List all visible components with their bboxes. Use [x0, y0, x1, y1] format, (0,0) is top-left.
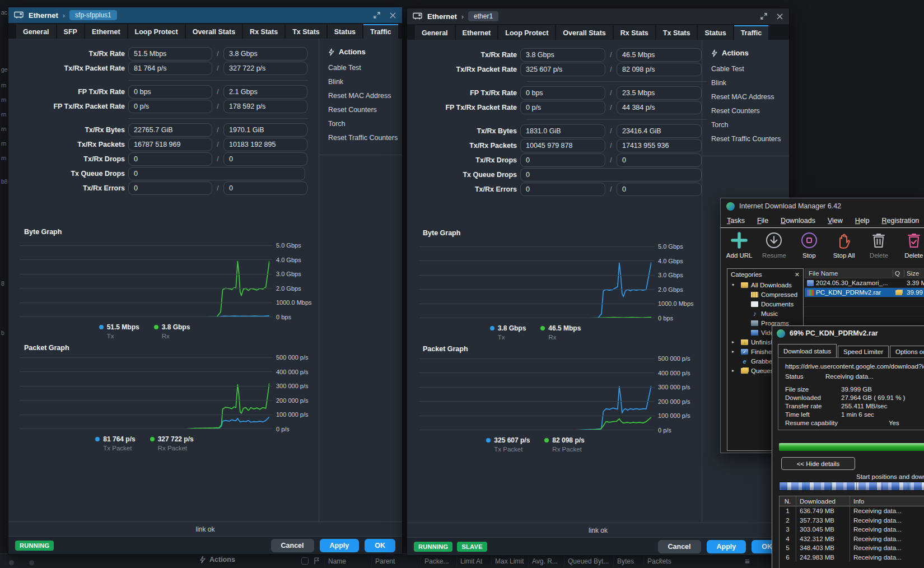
stat-value-tx[interactable]: 0	[128, 152, 212, 166]
queue-column-header[interactable]: Bytes	[613, 557, 643, 566]
dialog-tab[interactable]: Speed Limiter	[838, 346, 889, 357]
stat-value-rx[interactable]: 82 098 p/s	[617, 63, 702, 76]
stat-value-rx[interactable]: 1970.1 GiB	[223, 123, 307, 137]
category-tree-item[interactable]: Documents	[727, 299, 803, 309]
connection-row[interactable]: 5 348.403 MB Receiving data...	[780, 543, 924, 553]
menu-item[interactable]: Registration	[876, 217, 924, 225]
menu-item[interactable]: Downloads	[774, 217, 822, 225]
stat-value-tx[interactable]: 81 764 p/s	[128, 62, 212, 75]
file-row-selected[interactable]: PC_KDN_PDRMv2.rar 39.99 G	[805, 288, 924, 297]
file-row[interactable]: 2024.05.30_Kazamori_... 3.39 M	[805, 278, 924, 288]
menu-item[interactable]: Tasks	[721, 217, 751, 225]
connection-row[interactable]: 1 636.749 MB Receiving data...	[780, 506, 924, 516]
stop-button[interactable]: Stop	[792, 230, 827, 267]
close-icon[interactable]	[389, 12, 396, 19]
tab[interactable]: Overall Stats	[556, 25, 612, 40]
category-tree-item[interactable]: ▾ All Downloads	[727, 280, 803, 290]
tab[interactable]: Tx Stats	[286, 24, 326, 39]
add-url-button[interactable]: Add URL	[722, 230, 757, 267]
tab[interactable]: Tx Stats	[656, 25, 697, 40]
stat-value-rx[interactable]: 23.5 Mbps	[617, 86, 702, 100]
tab[interactable]: Status	[698, 25, 732, 40]
select-all-checkbox[interactable]	[301, 557, 309, 565]
stat-value-tx[interactable]: 51.5 Mbps	[128, 47, 212, 60]
action-item[interactable]: Blink	[711, 79, 789, 87]
dialog-tab[interactable]: Download status	[778, 344, 837, 357]
tab[interactable]: Ethernet	[85, 24, 127, 39]
expand-arrow-icon[interactable]: ▾	[732, 282, 741, 287]
dialog-tab[interactable]: Options on completion	[890, 346, 924, 357]
stat-value-tx[interactable]: 0 bps	[128, 85, 212, 99]
stat-value-tx[interactable]: 0	[520, 153, 605, 167]
tab[interactable]: Rx Stats	[614, 25, 655, 40]
stat-value-tx[interactable]: 325 607 p/s	[520, 63, 605, 76]
column-file-name[interactable]: File Name	[805, 270, 893, 277]
stat-value-tx[interactable]: 0	[128, 181, 212, 195]
stat-value-rx[interactable]: 23416.4 GiB	[617, 124, 702, 138]
dialog-button[interactable]: Apply	[320, 539, 360, 552]
stat-value-tx[interactable]: 0	[520, 183, 605, 196]
column-size[interactable]: Size	[904, 270, 924, 277]
stat-value-tx[interactable]: 0	[128, 167, 305, 180]
maximize-icon[interactable]	[373, 12, 380, 19]
action-item[interactable]: Cable Test	[328, 64, 402, 72]
tab[interactable]: Traffic	[734, 25, 769, 40]
queue-column-header[interactable]: Packe...	[421, 557, 456, 566]
connection-row[interactable]: 4 432.312 MB Receiving data...	[780, 534, 924, 544]
stat-value-tx[interactable]: 0 p/s	[520, 101, 605, 114]
hamburger-icon[interactable]: ≡	[745, 556, 750, 566]
delete-button[interactable]: Delete	[861, 230, 896, 267]
tab[interactable]: General	[16, 24, 56, 39]
dialog-button[interactable]: OK	[365, 539, 395, 552]
dialog-titlebar[interactable]: 69% PC_KDN_PDRMv2.rar	[772, 326, 924, 341]
action-item[interactable]: Cable Test	[711, 65, 789, 73]
tab[interactable]: SFP	[57, 24, 84, 39]
window-titlebar[interactable]: Ethernet › sfp-sfpplus1	[8, 7, 402, 23]
menu-item[interactable]: File	[751, 217, 774, 225]
action-item[interactable]: Reset Traffic Counters	[328, 134, 402, 142]
stat-value-tx[interactable]: 0 p/s	[128, 100, 212, 113]
action-item[interactable]: Reset MAC Address	[711, 93, 789, 101]
connection-row[interactable]: 6 242.983 MB Receiving data...	[780, 553, 924, 562]
queue-column-header[interactable]: Avg. R...	[528, 557, 564, 566]
queue-column-header[interactable]: Limit At	[456, 557, 491, 566]
stat-value-tx[interactable]: 10045 979 878	[520, 139, 605, 152]
stat-value-rx[interactable]: 46.5 Mbps	[617, 48, 702, 62]
action-item[interactable]: Reset Counters	[711, 107, 789, 115]
queue-column-header[interactable]: Parent	[371, 557, 421, 566]
stat-value-rx[interactable]: 10183 192 895	[223, 138, 307, 151]
action-item[interactable]: Torch	[711, 121, 789, 129]
action-item[interactable]: Blink	[328, 78, 402, 86]
expand-arrow-icon[interactable]: ▸	[732, 368, 741, 373]
stat-value-rx[interactable]: 17413 955 936	[617, 139, 702, 152]
stat-value-tx[interactable]: 22765.7 GiB	[128, 123, 212, 137]
queue-column-header[interactable]: Name	[324, 557, 371, 566]
category-tree-item[interactable]: Compressed	[727, 290, 803, 299]
stat-value-tx[interactable]: 0	[520, 168, 702, 181]
resume-button[interactable]: Resume	[757, 230, 791, 267]
menu-item[interactable]: Help	[849, 217, 876, 225]
window-titlebar[interactable]: Ethernet › ether1	[407, 8, 789, 24]
idm-titlebar[interactable]: Internet Download Manager 6.42	[721, 198, 924, 214]
tab[interactable]: Loop Protect	[498, 25, 555, 40]
tab[interactable]: Traffic	[363, 24, 398, 39]
download-url[interactable]: https://drive.usercontent.google.com/dow…	[785, 363, 924, 370]
action-item[interactable]: Reset Counters	[328, 106, 402, 114]
tab[interactable]: General	[415, 25, 455, 40]
tab[interactable]: Overall Stats	[186, 24, 242, 39]
action-item[interactable]: Torch	[328, 120, 402, 128]
expand-arrow-icon[interactable]: ▸	[732, 349, 741, 354]
stat-value-tx[interactable]: 1831.0 GiB	[520, 124, 605, 138]
tab[interactable]: Ethernet	[456, 25, 498, 40]
tab[interactable]: Rx Stats	[243, 24, 284, 39]
stat-value-rx[interactable]: 0	[617, 183, 702, 196]
stat-value-rx[interactable]: 0	[223, 181, 307, 195]
dialog-button[interactable]: Apply	[707, 540, 746, 553]
dialog-button[interactable]: Cancel	[271, 539, 314, 552]
action-item[interactable]: Reset Traffic Counters	[711, 135, 789, 143]
queue-column-header[interactable]: Queued Byt...	[564, 557, 613, 566]
dialog-button[interactable]: Cancel	[658, 540, 701, 553]
stat-value-rx[interactable]: 44 384 p/s	[617, 101, 702, 114]
close-icon[interactable]	[776, 13, 783, 20]
action-item[interactable]: Reset MAC Address	[328, 92, 402, 100]
